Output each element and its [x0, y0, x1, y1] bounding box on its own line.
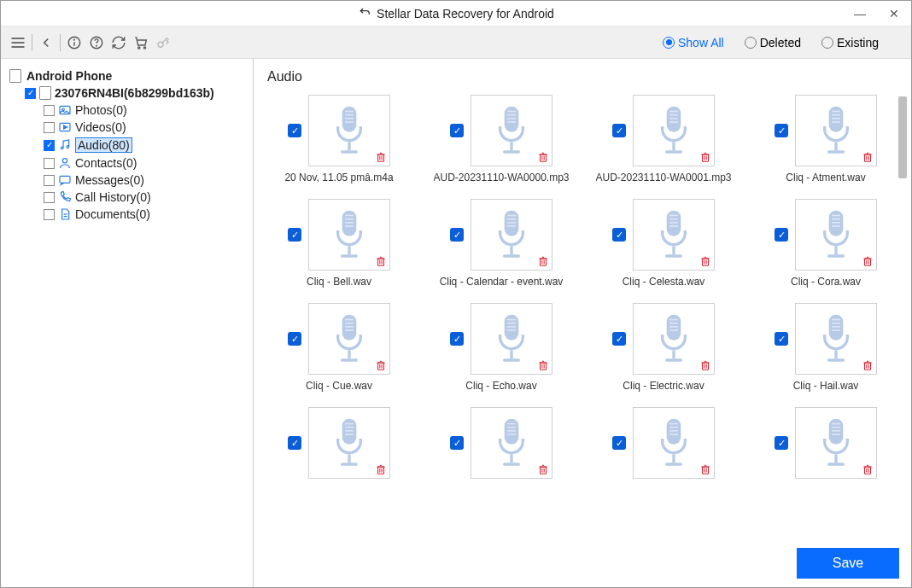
trash-icon: [537, 255, 549, 267]
checkbox-icon[interactable]: [44, 158, 55, 169]
tree-category[interactable]: Photos(0): [6, 102, 248, 119]
file-item[interactable]: Cliq - Celesta.wav: [587, 195, 740, 291]
back-icon[interactable]: [36, 32, 56, 53]
checkbox-icon[interactable]: [44, 192, 55, 203]
file-checkbox[interactable]: [450, 332, 464, 346]
file-thumbnail[interactable]: [795, 303, 877, 375]
save-button[interactable]: Save: [797, 548, 899, 579]
scrollbar[interactable]: [897, 91, 909, 492]
file-checkbox[interactable]: [612, 228, 626, 242]
file-thumbnail[interactable]: [633, 199, 715, 271]
checkbox-icon[interactable]: [44, 105, 55, 116]
cart-icon[interactable]: [131, 32, 151, 53]
file-item[interactable]: Cliq - Cora.wav: [749, 195, 903, 291]
file-item[interactable]: AUD-20231110-WA0001.mp3: [587, 91, 740, 187]
filter-show-all[interactable]: Show All: [663, 36, 724, 49]
tree-root[interactable]: Android Phone: [6, 67, 248, 84]
help-icon[interactable]: [86, 32, 107, 53]
file-item[interactable]: [424, 404, 578, 487]
checkbox-icon[interactable]: [44, 209, 55, 220]
file-checkbox[interactable]: [288, 124, 301, 137]
file-thumbnail[interactable]: [471, 95, 552, 166]
file-item[interactable]: Cliq - Hail.wav: [749, 300, 903, 395]
tree-category[interactable]: Audio(80): [6, 136, 248, 154]
category-icon: [58, 138, 72, 152]
svg-point-14: [61, 147, 63, 149]
file-thumbnail[interactable]: [795, 95, 877, 166]
file-checkbox[interactable]: [450, 124, 464, 137]
microphone-icon: [326, 105, 372, 156]
trash-icon: [537, 359, 549, 371]
file-thumbnail[interactable]: [633, 95, 715, 166]
file-thumbnail[interactable]: [308, 407, 390, 479]
file-thumbnail[interactable]: [308, 303, 390, 375]
file-thumbnail[interactable]: [471, 199, 552, 271]
trash-icon: [537, 151, 549, 163]
file-checkbox[interactable]: [612, 332, 626, 346]
info-icon[interactable]: [64, 32, 85, 53]
file-item[interactable]: Cliq - Cue.wav: [262, 300, 416, 395]
file-checkbox[interactable]: [612, 436, 626, 450]
file-item[interactable]: AUD-20231110-WA0000.mp3: [424, 91, 578, 187]
svg-point-5: [74, 39, 75, 40]
sidebar: Android Phone 23076RN4BI(6b8299bd163b) P…: [1, 59, 254, 587]
file-item[interactable]: 20 Nov, 11.05 pmâ.m4a: [262, 91, 416, 187]
file-checkbox[interactable]: [775, 124, 788, 137]
tree-category[interactable]: Contacts(0): [6, 154, 248, 172]
close-button[interactable]: ✕: [877, 1, 911, 26]
file-thumbnail[interactable]: [308, 199, 390, 271]
file-item[interactable]: [587, 404, 740, 487]
file-thumbnail[interactable]: [795, 199, 877, 271]
file-item[interactable]: Cliq - Calendar - event.wav: [424, 195, 578, 291]
file-checkbox[interactable]: [775, 332, 788, 346]
file-item[interactable]: Cliq - Electric.wav: [587, 300, 740, 395]
file-checkbox[interactable]: [612, 124, 626, 137]
tree-category[interactable]: Messages(0): [6, 172, 248, 189]
file-checkbox[interactable]: [288, 436, 301, 450]
file-checkbox[interactable]: [450, 436, 464, 450]
microphone-icon: [488, 105, 535, 156]
checkbox-icon[interactable]: [44, 122, 55, 133]
file-item[interactable]: Cliq - Echo.wav: [424, 300, 578, 395]
menu-icon[interactable]: [8, 32, 28, 53]
file-thumbnail[interactable]: [795, 407, 877, 479]
file-checkbox[interactable]: [775, 436, 788, 450]
microphone-icon: [813, 417, 859, 469]
trash-icon: [862, 151, 874, 163]
file-item[interactable]: [262, 404, 416, 487]
file-checkbox[interactable]: [288, 332, 301, 346]
trash-icon: [862, 463, 874, 475]
tree-category[interactable]: Call History(0): [6, 189, 248, 206]
key-icon[interactable]: [153, 32, 173, 53]
filter-deleted[interactable]: Deleted: [745, 36, 801, 49]
category-icon: [58, 190, 72, 204]
file-checkbox[interactable]: [775, 228, 788, 242]
refresh-icon[interactable]: [108, 32, 129, 53]
tree-category[interactable]: Documents(0): [6, 206, 248, 223]
trash-icon: [699, 463, 711, 475]
tree-category[interactable]: Videos(0): [6, 119, 248, 136]
checkbox-icon[interactable]: [44, 175, 55, 186]
file-thumbnail[interactable]: [471, 303, 552, 375]
file-thumbnail[interactable]: [471, 407, 552, 479]
file-checkbox[interactable]: [450, 228, 464, 242]
scrollbar-thumb[interactable]: [898, 96, 907, 178]
tree-device[interactable]: 23076RN4BI(6b8299bd163b): [6, 84, 248, 102]
file-item[interactable]: [749, 404, 903, 487]
back-arrow-icon[interactable]: [358, 5, 371, 21]
file-checkbox[interactable]: [288, 228, 301, 242]
phone-icon: [39, 86, 51, 100]
trash-icon: [375, 463, 387, 475]
file-thumbnail[interactable]: [633, 303, 715, 375]
checkbox-icon[interactable]: [25, 88, 36, 99]
checkbox-icon[interactable]: [44, 140, 55, 151]
file-thumbnail[interactable]: [308, 95, 390, 166]
minimize-button[interactable]: —: [843, 1, 877, 26]
file-item[interactable]: Cliq - Bell.wav: [262, 195, 416, 291]
category-label: Audio(80): [75, 137, 132, 153]
category-icon: [58, 207, 72, 221]
filter-existing[interactable]: Existing: [821, 36, 879, 49]
file-item[interactable]: Cliq - Atment.wav: [749, 91, 903, 187]
microphone-icon: [326, 417, 372, 469]
file-thumbnail[interactable]: [633, 407, 715, 479]
